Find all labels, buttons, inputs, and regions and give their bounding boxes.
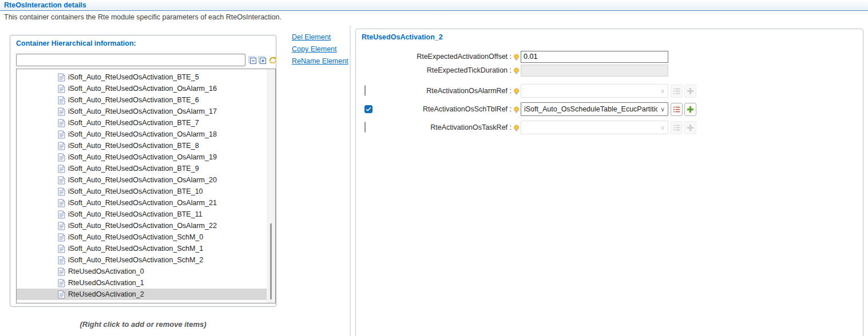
list-item[interactable]: iSoft_Auto_RteUsedOsActivation_OsAlarm_2… bbox=[17, 174, 267, 186]
document-icon bbox=[58, 222, 65, 230]
copy-element-link[interactable]: Copy Element bbox=[292, 45, 348, 53]
list-item-label: RteUsedOsActivation_0 bbox=[68, 266, 144, 277]
rename-element-link[interactable]: ReName Element bbox=[292, 57, 348, 65]
list-item[interactable]: iSoft_Auto_RteUsedOsActivation_OsAlarm_1… bbox=[17, 129, 267, 140]
rte-expected-activation-offset-input[interactable] bbox=[521, 51, 668, 63]
groupbox-title: Container Hierarchical information: bbox=[16, 39, 136, 47]
add-reference-button bbox=[684, 85, 696, 98]
list-item[interactable]: iSoft_Auto_RteUsedOsActivation_BTE_10 bbox=[17, 186, 267, 197]
row-rte-activation-os-sch-tbl-ref: RteActivationOsSchTblRef : iSoft_Auto_Os… bbox=[356, 101, 863, 117]
details-panel: RteUsedOsActivation_2 RteExpectedActivat… bbox=[355, 29, 863, 336]
row-rte-activation-os-alarm-ref: RteActivationOsAlarmRef : ∨ bbox=[356, 83, 863, 99]
row-rte-expected-activation-offset: RteExpectedActivationOffset : bbox=[356, 50, 863, 63]
field-label: RteExpectedTickDuration : bbox=[356, 66, 512, 74]
field-label: RteActivationOsTaskRef : bbox=[373, 123, 512, 131]
parameter-rows: RteExpectedActivationOffset : RteExpecte… bbox=[356, 50, 863, 135]
list-item[interactable]: iSoft_Auto_RteUsedOsActivation_BTE_7 bbox=[17, 117, 267, 129]
page-header bbox=[0, 0, 868, 11]
list-item[interactable]: RteUsedOsActivation_0 bbox=[17, 266, 267, 277]
list-item[interactable]: iSoft_Auto_RteUsedOsActivation_OsAlarm_1… bbox=[17, 106, 267, 117]
expand-all-icon[interactable] bbox=[258, 56, 267, 65]
element-actions: Del Element Copy Element ReName Element bbox=[292, 33, 348, 69]
add-reference-button[interactable] bbox=[684, 103, 696, 116]
list-item[interactable]: iSoft_Auto_RteUsedOsActivation_OsAlarm_2… bbox=[17, 220, 267, 231]
list-item-label: iSoft_Auto_RteUsedOsActivation_BTE_7 bbox=[68, 117, 199, 129]
document-icon bbox=[58, 187, 65, 196]
document-icon bbox=[58, 245, 65, 253]
list-item-label: iSoft_Auto_RteUsedOsActivation_OsAlarm_1… bbox=[68, 83, 217, 94]
document-icon bbox=[58, 142, 65, 150]
vertical-scrollbar[interactable] bbox=[267, 69, 275, 303]
rte-activation-os-sch-tbl-ref-combo[interactable]: iSoft_Auto_OsScheduleTable_EcucPartitio … bbox=[521, 102, 668, 116]
list-item-label: iSoft_Auto_RteUsedOsActivation_OsAlarm_1… bbox=[68, 106, 217, 117]
document-icon bbox=[58, 73, 65, 82]
page-title: RteOsInteraction details bbox=[4, 1, 86, 9]
list-item[interactable]: iSoft_Auto_RteUsedOsActivation_SchM_1 bbox=[17, 243, 267, 254]
list-item[interactable]: iSoft_Auto_RteUsedOsActivation_OsAlarm_1… bbox=[17, 83, 267, 94]
panel-divider bbox=[350, 26, 351, 336]
document-icon bbox=[58, 233, 65, 242]
list-item-label: iSoft_Auto_RteUsedOsActivation_BTE_9 bbox=[68, 163, 199, 174]
document-icon bbox=[58, 107, 65, 116]
list-item[interactable]: iSoft_Auto_RteUsedOsActivation_OsAlarm_2… bbox=[17, 197, 267, 209]
choose-reference-button[interactable] bbox=[671, 103, 683, 116]
list-item[interactable]: iSoft_Auto_RteUsedOsActivation_BTE_5 bbox=[17, 71, 267, 83]
lightbulb-icon bbox=[513, 53, 520, 61]
list-item[interactable]: iSoft_Auto_RteUsedOsActivation_BTE_9 bbox=[17, 163, 267, 174]
list-item[interactable]: iSoft_Auto_RteUsedOsActivation_SchM_2 bbox=[17, 254, 267, 266]
rte-activation-os-alarm-ref-checkbox[interactable] bbox=[364, 85, 366, 96]
right-click-hint: (Right click to add or remove items) bbox=[10, 320, 276, 329]
list-item-label: iSoft_Auto_RteUsedOsActivation_BTE_8 bbox=[68, 140, 199, 151]
list-item[interactable]: iSoft_Auto_RteUsedOsActivation_OsAlarm_1… bbox=[17, 151, 267, 163]
document-icon bbox=[58, 165, 65, 173]
list-item[interactable]: RteUsedOsActivation_1 bbox=[17, 277, 267, 289]
document-icon bbox=[58, 96, 65, 105]
list-item[interactable]: RteUsedOsActivation_2 bbox=[17, 289, 267, 300]
add-reference-button bbox=[684, 121, 696, 134]
list-item-label: iSoft_Auto_RteUsedOsActivation_OsAlarm_2… bbox=[68, 220, 217, 231]
list-item-label: iSoft_Auto_RteUsedOsActivation_OsAlarm_1… bbox=[68, 129, 217, 140]
rte-activation-os-sch-tbl-ref-checkbox[interactable] bbox=[364, 105, 372, 113]
choose-reference-button bbox=[671, 85, 683, 98]
document-icon bbox=[58, 130, 65, 139]
list-item-label: iSoft_Auto_RteUsedOsActivation_BTE_10 bbox=[68, 186, 203, 197]
list-item[interactable]: iSoft_Auto_RteUsedOsActivation_BTE_8 bbox=[17, 140, 267, 151]
list-item-label: iSoft_Auto_RteUsedOsActivation_OsAlarm_1… bbox=[68, 151, 217, 163]
document-icon bbox=[58, 256, 65, 265]
list-item[interactable]: iSoft_Auto_RteUsedOsActivation_BTE_6 bbox=[17, 94, 267, 106]
hierarchy-list: iSoft_Auto_RteUsedOsActivation_BTE_5 iSo… bbox=[17, 71, 267, 300]
rte-expected-tick-duration-input bbox=[521, 65, 668, 77]
list-item-label: iSoft_Auto_RteUsedOsActivation_SchM_1 bbox=[68, 243, 203, 254]
scrollbar-thumb[interactable] bbox=[270, 223, 272, 299]
list-item-label: RteUsedOsActivation_1 bbox=[68, 277, 144, 289]
selected-element-title: RteUsedOsActivation_2 bbox=[362, 33, 443, 41]
document-icon bbox=[58, 267, 65, 276]
chevron-down-icon: ∨ bbox=[657, 124, 668, 131]
lightbulb-icon bbox=[513, 67, 520, 74]
list-item-label: iSoft_Auto_RteUsedOsActivation_BTE_5 bbox=[68, 71, 199, 83]
document-icon bbox=[58, 279, 65, 287]
document-icon bbox=[58, 176, 65, 185]
hierarchy-listbox: iSoft_Auto_RteUsedOsActivation_BTE_5 iSo… bbox=[16, 69, 276, 303]
list-item-label: iSoft_Auto_RteUsedOsActivation_OsAlarm_2… bbox=[68, 197, 217, 209]
list-item-label: iSoft_Auto_RteUsedOsActivation_BTE_6 bbox=[68, 94, 199, 106]
list-item-label: iSoft_Auto_RteUsedOsActivation_SchM_0 bbox=[68, 231, 203, 243]
list-item[interactable]: iSoft_Auto_RteUsedOsActivation_BTE_11 bbox=[17, 209, 267, 220]
hierarchy-filter-input[interactable] bbox=[16, 54, 245, 66]
row-rte-activation-os-task-ref: RteActivationOsTaskRef : ∨ bbox=[356, 119, 863, 135]
list-item-label: iSoft_Auto_RteUsedOsActivation_OsAlarm_2… bbox=[68, 174, 217, 186]
del-element-link[interactable]: Del Element bbox=[292, 33, 348, 41]
list-item-label: iSoft_Auto_RteUsedOsActivation_SchM_2 bbox=[68, 254, 203, 266]
document-icon bbox=[58, 85, 65, 93]
refresh-icon[interactable] bbox=[268, 56, 277, 65]
container-hierarchy-groupbox: Container Hierarchical information: bbox=[10, 35, 276, 307]
chevron-down-icon: ∨ bbox=[657, 87, 668, 95]
combo-value: iSoft_Auto_OsScheduleTable_EcucPartitio bbox=[524, 105, 657, 113]
collapse-all-icon[interactable] bbox=[248, 56, 257, 65]
rte-activation-os-task-ref-checkbox[interactable] bbox=[364, 122, 366, 133]
chevron-down-icon: ∨ bbox=[657, 106, 668, 113]
page-description: This container containers the Rte module… bbox=[4, 13, 282, 21]
document-icon bbox=[58, 119, 65, 127]
list-item[interactable]: iSoft_Auto_RteUsedOsActivation_SchM_0 bbox=[17, 231, 267, 243]
document-icon bbox=[58, 153, 65, 162]
